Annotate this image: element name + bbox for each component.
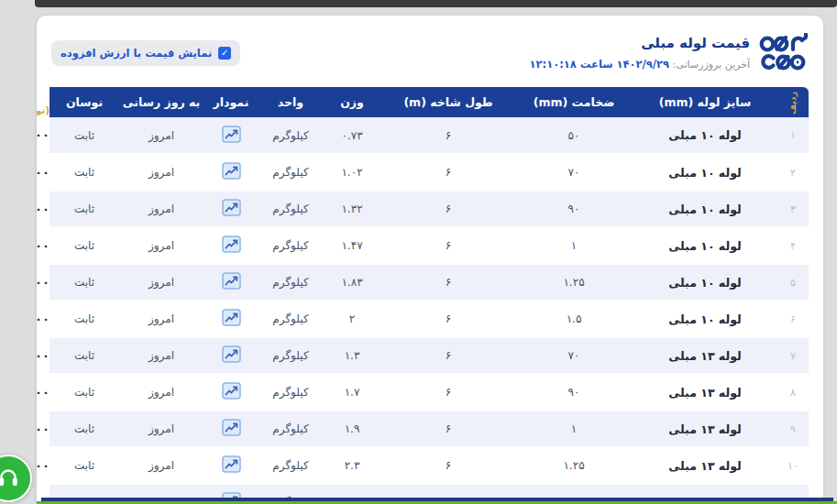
cell-thickness: ۷۰ [515,337,633,374]
cell-row-number: ۶ [777,301,809,337]
cell-fluctuation: ثابت [50,154,119,191]
cell-row-number: ۸ [777,374,809,411]
trend-up-chart-icon[interactable] [222,309,241,326]
table-row: ۸ لوله ۱۳ مبلی ۹۰ ۶ ۱.۷ کیلوگرم امروز ثا… [50,374,809,411]
cell-thickness: ۱.۲۵ [515,264,633,301]
trend-up-chart-icon[interactable] [222,236,241,253]
ahan-online-logo [759,33,809,73]
last-update: آخرین بروزرسانی: ۱۴۰۲/۹/۲۹ ساعت ۱۲:۱۰:۱۸ [530,58,750,71]
cell-branch-length: ۶ [381,337,515,374]
headset-icon [0,466,20,490]
title-block: قیمت لوله مبلی آخرین بروزرسانی: ۱۴۰۲/۹/۲… [530,33,750,71]
price-table-wrapper: ردیف سایز لوله (mm) ضخامت (mm) طول شاخه … [51,87,809,504]
cell-row-number: ۲ [777,154,809,191]
cell-thickness: ۵۰ [515,117,633,154]
card-header: قیمت لوله مبلی آخرین بروزرسانی: ۱۴۰۲/۹/۲… [37,16,823,87]
trend-up-chart-icon[interactable] [222,382,241,400]
cell-thickness: ۱.۲۵ [515,447,633,484]
cell-fluctuation: ثابت [50,227,119,264]
cell-unit: کیلوگرم [259,301,323,337]
cell-pipe-size: لوله ۱۳ مبلی [633,374,777,411]
cell-update: امروز [119,301,204,337]
table-row: ۹ لوله ۱۳ مبلی ۱ ۶ ۱.۹ کیلوگرم امروز ثاب… [50,411,809,447]
cell-weight: ۱.۹ [323,411,381,447]
cell-row-number: ۳ [777,191,809,227]
cell-unit: کیلوگرم [259,337,323,374]
cell-branch-length: ۶ [381,264,515,301]
cell-weight: ۱.۸۳ [323,264,381,301]
cell-thickness: ۱ [515,227,633,264]
cell-thickness: ۹۰ [515,374,633,411]
cell-pipe-size: لوله ۱۰ مبلی [633,154,777,191]
trend-up-chart-icon[interactable] [222,345,241,363]
cell-weight: ۱.۴۷ [323,227,381,264]
cell-weight: ۱.۳۲ [323,191,381,227]
col-header-row-number: ردیف [777,87,809,117]
table-row: ۱ لوله ۱۰ مبلی ۵۰ ۶ ۰.۷۳ کیلوگرم امروز ث… [50,117,809,154]
cell-pipe-size: لوله ۱۰ مبلی [633,301,777,337]
cell-update: امروز [119,227,204,264]
vat-toggle[interactable]: ✓ نمایش قیمت با ارزش افزوده [51,40,240,66]
cell-chart [204,301,259,337]
brand-block: قیمت لوله مبلی آخرین بروزرسانی: ۱۴۰۲/۹/۲… [530,33,809,73]
page-title: قیمت لوله مبلی [530,35,750,51]
cell-update: امروز [119,154,204,191]
table-row: ۵ لوله ۱۰ مبلی ۱.۲۵ ۶ ۱.۸۳ کیلوگرم امروز… [50,264,809,301]
cell-branch-length: ۶ [381,411,515,447]
cell-branch-length: ۶ [381,301,515,337]
cell-update: امروز [119,374,204,411]
cell-pipe-size: لوله ۱۰ مبلی [633,117,777,154]
cell-pipe-size: لوله ۱۳ مبلی [633,411,777,447]
cell-fluctuation: ثابت [50,301,119,337]
last-update-label: آخرین بروزرسانی: [673,59,750,71]
cell-row-number: ۱۰ [777,447,809,484]
cell-chart [204,191,259,227]
trend-up-chart-icon[interactable] [222,419,241,436]
cell-pipe-size: لوله ۱۳ مبلی [633,337,777,374]
cell-update: امروز [119,117,204,154]
trend-up-chart-icon[interactable] [222,126,241,143]
table-row: ۶ لوله ۱۰ مبلی ۱.۵ ۶ ۲ کیلوگرم امروز ثاب… [50,301,809,337]
trend-up-chart-icon[interactable] [222,199,241,216]
cell-row-number: ۴ [777,227,809,264]
table-row: ۲ لوله ۱۰ مبلی ۷۰ ۶ ۱.۰۲ کیلوگرم امروز ث… [50,154,809,191]
cell-fluctuation: ثابت [50,117,119,154]
vat-toggle-label: نمایش قیمت با ارزش افزوده [61,47,212,60]
cell-unit: کیلوگرم [259,411,323,447]
table-row: ۴ لوله ۱۰ مبلی ۱ ۶ ۱.۴۷ کیلوگرم امروز ثا… [50,227,809,264]
table-body: ۱ لوله ۱۰ مبلی ۵۰ ۶ ۰.۷۳ کیلوگرم امروز ث… [50,117,809,504]
cell-chart [204,227,259,264]
col-header-weight: وزن [323,87,381,117]
col-header-chart: نمودار [204,87,259,117]
cell-thickness: ۹۰ [515,191,633,227]
cell-fluctuation: ثابت [50,447,119,484]
col-header-thickness: ضخامت (mm) [515,87,633,117]
cell-update: امروز [119,264,204,301]
table-row: ۷ لوله ۱۳ مبلی ۷۰ ۶ ۱.۳ کیلوگرم امروز ثا… [50,337,809,374]
trend-up-chart-icon[interactable] [222,455,241,473]
cell-fluctuation: ثابت [50,191,119,227]
cell-branch-length: ۶ [381,154,515,191]
col-header-unit: واحد [259,87,323,117]
cell-pipe-size: لوله ۱۰ مبلی [633,191,777,227]
cell-thickness: ۷۰ [515,154,633,191]
price-table: ردیف سایز لوله (mm) ضخامت (mm) طول شاخه … [50,87,809,504]
cell-fluctuation: ثابت [50,411,119,447]
support-chat-widget[interactable] [0,455,32,502]
cell-weight: ۲.۳ [323,447,381,484]
checkmark-icon[interactable]: ✓ [218,47,231,60]
price-widget-card: قیمت لوله مبلی آخرین بروزرسانی: ۱۴۰۲/۹/۲… [37,16,823,504]
cell-unit: کیلوگرم [259,117,323,154]
trend-up-chart-icon[interactable] [222,162,241,180]
cell-weight: ۱.۰۲ [323,154,381,191]
cell-chart [204,154,259,191]
last-update-value: ۱۴۰۲/۹/۲۹ ساعت ۱۲:۱۰:۱۸ [530,58,670,71]
cell-update: امروز [119,411,204,447]
clipped-footer-bar [37,501,837,504]
cell-thickness: ۱.۵ [515,301,633,337]
cell-chart [204,117,259,154]
trend-up-chart-icon[interactable] [222,272,241,290]
col-header-branch-length: طول شاخه (m) [381,87,515,117]
cell-chart [204,264,259,301]
cell-row-number: ۷ [777,337,809,374]
